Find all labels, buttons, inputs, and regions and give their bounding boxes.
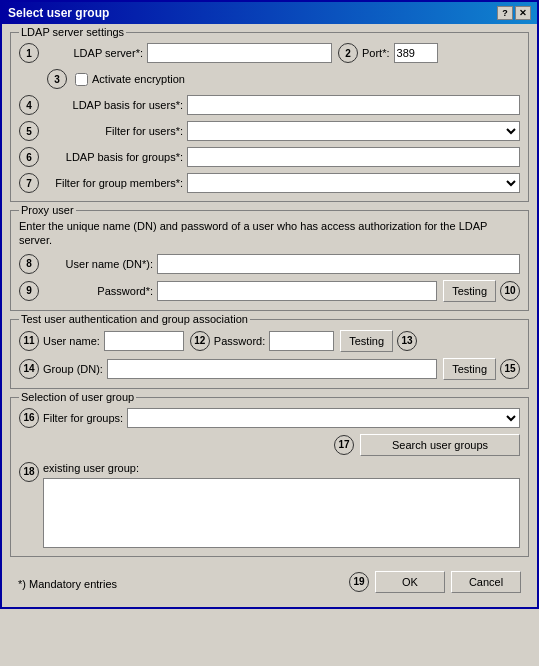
proxy-test-button[interactable]: Testing bbox=[443, 280, 496, 302]
test-group-row: 14 Group (DN): Testing 15 bbox=[19, 358, 520, 380]
footer-buttons: 19 OK Cancel bbox=[349, 571, 521, 593]
filter-users-select[interactable] bbox=[187, 121, 520, 141]
step-15: 15 bbox=[500, 359, 520, 379]
step-8: 8 bbox=[19, 254, 39, 274]
basis-users-row: 4 LDAP basis for users*: bbox=[19, 95, 520, 115]
filter-members-select[interactable] bbox=[187, 173, 520, 193]
help-button[interactable]: ? bbox=[497, 6, 513, 20]
ldap-server-row: 1 LDAP server*: 2 Port*: bbox=[19, 43, 520, 63]
user-group-listbox[interactable] bbox=[43, 478, 520, 548]
proxy-description: Enter the unique name (DN) and password … bbox=[19, 219, 520, 248]
step-18: 18 bbox=[19, 462, 39, 482]
test-group-dn-input[interactable] bbox=[107, 359, 437, 379]
mandatory-note: *) Mandatory entries bbox=[18, 578, 117, 590]
cancel-button[interactable]: Cancel bbox=[451, 571, 521, 593]
ok-button[interactable]: OK bbox=[375, 571, 445, 593]
filter-groups-select[interactable] bbox=[127, 408, 520, 428]
test-username-row: 11 User name: 12 Password: Testing 13 bbox=[19, 330, 520, 352]
basis-groups-label: LDAP basis for groups*: bbox=[43, 151, 183, 163]
ldap-settings-label: LDAP server settings bbox=[19, 26, 126, 38]
step-12: 12 bbox=[190, 331, 210, 351]
test-username-input[interactable] bbox=[104, 331, 184, 351]
step-19: 19 bbox=[349, 572, 369, 592]
proxy-password-input[interactable] bbox=[157, 281, 437, 301]
proxy-user-group: Proxy user Enter the unique name (DN) an… bbox=[10, 210, 529, 311]
basis-groups-row: 6 LDAP basis for groups*: bbox=[19, 147, 520, 167]
test-username-label: User name: bbox=[43, 335, 100, 347]
test-auth-button[interactable]: Testing bbox=[340, 330, 393, 352]
ldap-server-input[interactable] bbox=[147, 43, 332, 63]
filter-groups-label: Filter for groups: bbox=[43, 412, 123, 424]
title-bar-buttons: ? ✕ bbox=[497, 6, 531, 20]
ldap-settings-group: LDAP server settings 1 LDAP server*: 2 P… bbox=[10, 32, 529, 202]
step-4: 4 bbox=[19, 95, 39, 115]
close-button[interactable]: ✕ bbox=[515, 6, 531, 20]
step-13: 13 bbox=[397, 331, 417, 351]
test-group-button[interactable]: Testing bbox=[443, 358, 496, 380]
step-7: 7 bbox=[19, 173, 39, 193]
filter-users-label: Filter for users*: bbox=[43, 125, 183, 137]
step-5: 5 bbox=[19, 121, 39, 141]
step-14: 14 bbox=[19, 359, 39, 379]
filter-groups-row: 16 Filter for groups: bbox=[19, 408, 520, 428]
proxy-password-row: 9 Password*: Testing 10 bbox=[19, 280, 520, 302]
proxy-username-label: User name (DN*): bbox=[43, 258, 153, 270]
step-11: 11 bbox=[19, 331, 39, 351]
test-password-label: Password: bbox=[214, 335, 265, 347]
test-group-label: Group (DN): bbox=[43, 363, 103, 375]
test-auth-group: Test user authentication and group assoc… bbox=[10, 319, 529, 389]
selection-group-label: Selection of user group bbox=[19, 391, 136, 403]
port-label: Port*: bbox=[362, 47, 390, 59]
port-input[interactable] bbox=[394, 43, 438, 63]
step-9: 9 bbox=[19, 281, 39, 301]
step-10: 10 bbox=[500, 281, 520, 301]
ldap-server-label: LDAP server*: bbox=[43, 47, 143, 59]
existing-group-label: existing user group: bbox=[43, 462, 520, 474]
ldap-basis-groups-input[interactable] bbox=[187, 147, 520, 167]
footer: *) Mandatory entries 19 OK Cancel bbox=[10, 565, 529, 599]
proxy-password-label: Password*: bbox=[43, 285, 153, 297]
step-17: 17 bbox=[334, 435, 354, 455]
proxy-user-label: Proxy user bbox=[19, 204, 76, 216]
search-user-groups-button[interactable]: Search user groups bbox=[360, 434, 520, 456]
test-auth-label: Test user authentication and group assoc… bbox=[19, 313, 250, 325]
filter-users-row: 5 Filter for users*: bbox=[19, 121, 520, 141]
basis-users-label: LDAP basis for users*: bbox=[43, 99, 183, 111]
title-bar: Select user group ? ✕ bbox=[2, 2, 537, 24]
step-6: 6 bbox=[19, 147, 39, 167]
ldap-basis-users-input[interactable] bbox=[187, 95, 520, 115]
proxy-username-input[interactable] bbox=[157, 254, 520, 274]
encryption-row: 3 Activate encryption bbox=[47, 69, 520, 89]
dialog-title: Select user group bbox=[8, 6, 109, 20]
dialog-body: LDAP server settings 1 LDAP server*: 2 P… bbox=[2, 24, 537, 607]
existing-group-row: 18 existing user group: bbox=[19, 462, 520, 548]
encryption-label: Activate encryption bbox=[92, 73, 185, 85]
step-2: 2 bbox=[338, 43, 358, 63]
proxy-username-row: 8 User name (DN*): bbox=[19, 254, 520, 274]
filter-members-label: Filter for group members*: bbox=[43, 177, 183, 189]
step-1: 1 bbox=[19, 43, 39, 63]
selection-group: Selection of user group 16 Filter for gr… bbox=[10, 397, 529, 557]
test-password-input[interactable] bbox=[269, 331, 334, 351]
encryption-checkbox[interactable] bbox=[75, 73, 88, 86]
step-16: 16 bbox=[19, 408, 39, 428]
filter-members-row: 7 Filter for group members*: bbox=[19, 173, 520, 193]
search-row: 17 Search user groups bbox=[19, 434, 520, 456]
step-3: 3 bbox=[47, 69, 67, 89]
select-user-group-dialog: Select user group ? ✕ LDAP server settin… bbox=[0, 0, 539, 609]
